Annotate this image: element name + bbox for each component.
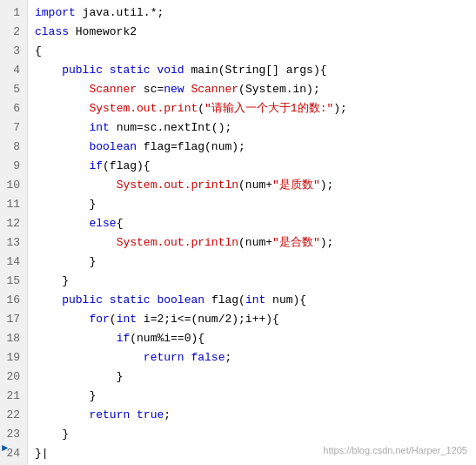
code-line-19: return false; [35,348,469,367]
code-line-21: } [35,387,469,406]
code-editor: 12345 678910 1112131415 1617181920 21222… [0,0,476,465]
watermark: https://blog.csdn.net/Harper_1205 [323,441,467,460]
code-line-11: } [35,195,469,214]
code-line-10: System.out.println(num+"是质数"); [35,176,469,195]
code-line-5: Scanner sc=new Scanner(System.in); [35,80,469,99]
code-line-4: public static void main(String[] args){ [35,61,469,80]
code-area: 12345 678910 1112131415 1617181920 21222… [0,0,476,465]
line-numbers: 12345 678910 1112131415 1617181920 21222… [0,0,28,465]
code-line-7: int num=sc.nextInt(); [35,118,469,138]
code-line-6: System.out.print("请输入一个大于1的数:"); [35,99,469,118]
code-line-9: if(flag){ [35,157,469,176]
code-line-20: } [35,367,469,387]
code-line-22: return true; [35,406,469,425]
code-line-3: { [35,42,469,61]
code-line-2: class Homework2 [35,23,469,42]
code-line-1: import java.util.*; [35,3,469,23]
code-line-12: else{ [35,214,469,233]
code-line-17: for(int i=2;i<=(num/2);i++){ [35,310,469,329]
code-content: import java.util.*; class Homework2 { pu… [28,0,476,465]
arrow-indicator: ► [2,439,8,458]
code-line-16: public static boolean flag(int num){ [35,291,469,310]
code-line-14: } [35,253,469,272]
code-line-15: } [35,272,469,291]
code-line-13: System.out.println(num+"是合数"); [35,233,469,253]
code-line-18: if(num%i==0){ [35,329,469,348]
code-line-8: boolean flag=flag(num); [35,138,469,157]
